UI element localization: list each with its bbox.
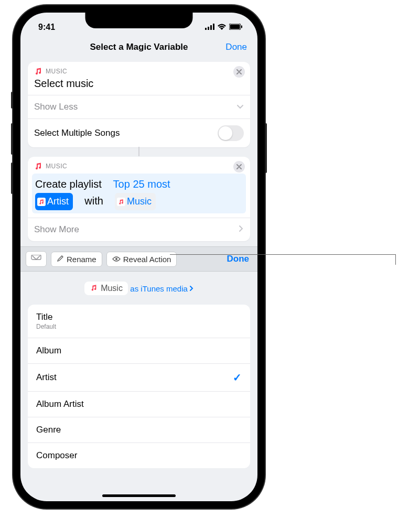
close-icon[interactable] [233,66,245,78]
svg-rect-6 [241,26,242,28]
screen: 9:41 Select a Magic Variable Done [20,13,257,501]
action-summary: Create playlist Top 25 most Artist with … [32,174,246,213]
show-less-label: Show Less [34,102,78,112]
rename-button[interactable]: Rename [51,252,102,267]
attr-sublabel: Default [36,323,56,330]
select-multiple-label: Select Multiple Songs [34,128,120,138]
playlist-name-field[interactable]: Top 25 most [113,178,170,190]
reveal-label: Reveal Action [123,255,171,264]
variable-info-panel: Music as iTunes media [20,272,257,295]
app-label: MUSIC [46,163,67,170]
attr-label: Album [36,346,61,356]
phone-frame: 9:41 Select a Magic Variable Done [13,5,265,509]
svg-rect-3 [213,24,214,30]
connector-line [138,147,139,156]
music-app-icon [34,67,42,75]
volume-down-button [11,163,13,194]
power-button [265,123,267,173]
attribute-list: Title Default Album Artist ✓ Album Artis… [28,305,250,468]
variable-token-artist[interactable]: Artist [35,193,73,210]
action-card-create-playlist: MUSIC Create playlist Top 25 most Artist [28,157,250,241]
attr-label: Album Artist [36,399,84,409]
svg-rect-1 [208,27,209,30]
variable-badge-label: Music [101,284,123,293]
dismiss-keyboard-button[interactable] [26,251,47,267]
app-label: MUSIC [46,68,67,75]
music-app-icon [34,162,42,170]
variable-type-link[interactable]: as iTunes media [130,284,193,293]
mute-switch [11,92,13,109]
svg-rect-7 [31,255,41,260]
svg-rect-0 [205,28,207,30]
list-item[interactable]: Title Default [28,305,250,338]
checkmark-icon: ✓ [233,371,242,384]
notch [85,13,193,28]
attr-label: Title [36,312,53,322]
music-app-icon [90,284,98,293]
nav-title: Select a Magic Variable [90,42,188,52]
nav-done-button[interactable]: Done [225,42,247,52]
show-less-row[interactable]: Show Less [28,95,250,118]
pencil-icon [57,255,64,264]
list-item[interactable]: Artist ✓ [28,364,250,392]
annotation-leader-line [170,254,395,255]
list-item[interactable]: Genre [28,417,250,443]
volume-up-button [11,123,13,155]
summary-prefix: Create playlist [35,178,102,190]
chevron-right-icon [239,224,244,235]
action-card-select-music: MUSIC Select music Show Less Select Mult… [28,62,250,147]
battery-icon [229,23,243,32]
chevron-down-icon [236,102,244,112]
list-item[interactable]: Album [28,338,250,364]
svg-rect-2 [210,25,212,30]
eye-icon [112,255,121,264]
token-label: Artist [47,194,69,209]
chevron-right-icon [189,284,193,293]
close-icon[interactable] [233,161,245,172]
rename-label: Rename [67,255,96,264]
list-item[interactable]: Composer [28,443,250,468]
attr-label: Composer [36,450,77,461]
token-label: Music [127,194,152,209]
attr-label: Artist [36,372,57,383]
variable-token-music[interactable]: Music [115,193,156,210]
attr-label: Genre [36,425,61,435]
select-multiple-toggle[interactable] [218,125,244,141]
status-time: 9:41 [38,23,55,32]
action-title: Select music [28,78,250,95]
nav-bar: Select a Magic Variable Done [20,36,257,59]
home-indicator[interactable] [102,494,176,497]
select-multiple-row: Select Multiple Songs [28,118,250,147]
cellular-icon [205,23,214,32]
show-more-label: Show More [34,224,79,235]
svg-point-8 [115,258,117,260]
wifi-icon [217,23,227,32]
svg-rect-5 [230,25,240,29]
show-more-row[interactable]: Show More [28,218,250,241]
summary-mid: with [84,195,103,207]
toolbar-done-button[interactable]: Done [227,254,253,264]
music-app-icon [117,198,125,206]
variable-type-label: as iTunes media [130,284,188,293]
reveal-action-button[interactable]: Reveal Action [106,252,177,267]
variable-badge: Music [84,282,128,295]
music-app-icon [37,198,46,206]
list-item[interactable]: Album Artist [28,392,250,417]
variable-toolbar: Rename Reveal Action Done [20,246,257,272]
